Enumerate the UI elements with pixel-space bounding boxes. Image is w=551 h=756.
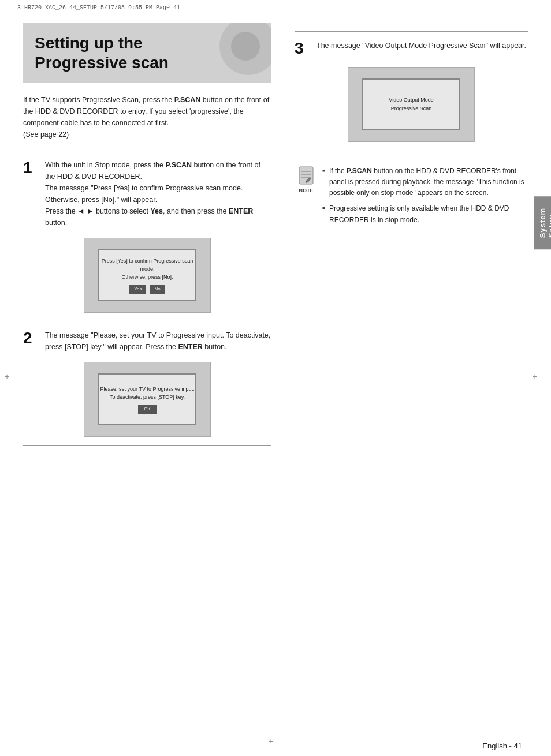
cross-bottom xyxy=(271,740,280,749)
step-1-text: With the unit in Stop mode, press the P.… xyxy=(45,159,271,229)
see-page-ref: (See page 22) xyxy=(23,130,69,139)
note-icon-svg xyxy=(298,166,314,186)
step-2-number: 2 xyxy=(23,330,39,347)
note-item-2: Progressive setting is only available wh… xyxy=(322,203,528,225)
title-line1: Setting up the xyxy=(35,34,143,52)
step-3-text: The message "Video Output Mode Progressi… xyxy=(317,40,528,51)
cross-left xyxy=(7,375,16,384)
step-1-screen-line1: Press [Yes] to confirm Progressive scan … xyxy=(99,257,195,274)
step-2: 2 The message "Please, set your TV to Pr… xyxy=(23,330,271,353)
side-tab: System Setup xyxy=(534,196,551,249)
step-2-screen-line2: To deactivate, press [STOP] key. xyxy=(110,393,185,401)
page: 3-HR720-XAC_26-44_SETUP 5/17/05 9:55 PM … xyxy=(0,0,551,756)
note-icon-area: NOTE xyxy=(295,166,318,193)
content-area: Setting up the Progressive scan If the T… xyxy=(23,23,528,733)
step-2-screen-line1: Please, set your TV to Progressive input… xyxy=(100,385,195,393)
step-3-screen-inner: Video Output Mode Progressive Scan xyxy=(362,78,460,130)
corner-tr xyxy=(528,12,539,23)
divider-3 xyxy=(23,445,271,446)
step-3-number: 3 xyxy=(295,40,311,58)
step-3: 3 The message "Video Output Mode Progres… xyxy=(295,40,528,58)
title-line2: Progressive scan xyxy=(35,54,169,72)
step-3-screen-line2: Progressive Scan xyxy=(391,104,432,113)
page-number: English - 41 xyxy=(482,742,522,750)
note-label: NOTE xyxy=(299,188,313,193)
step-3-screen: Video Output Mode Progressive Scan xyxy=(348,67,475,142)
note-section: NOTE If the P.SCAN button on the HDD & D… xyxy=(295,166,528,230)
divider-2 xyxy=(23,321,271,321)
ok-button: OK xyxy=(138,405,157,414)
step-1-screen-line2: Otherwise, press [No]. xyxy=(121,273,173,281)
title-box: Setting up the Progressive scan xyxy=(23,23,271,83)
yes-button: Yes xyxy=(129,285,146,294)
corner-br xyxy=(528,733,539,744)
divider-1 xyxy=(23,151,271,151)
cross-right xyxy=(535,375,544,384)
step-1-number: 1 xyxy=(23,159,39,177)
corner-bl xyxy=(12,733,23,744)
corner-tl xyxy=(12,12,23,23)
step-1: 1 With the unit in Stop mode, press the … xyxy=(23,159,271,229)
step-2-screen-inner: Please, set your TV to Progressive input… xyxy=(98,373,196,425)
divider-right-top xyxy=(295,31,528,32)
step-2-text: The message "Please, set your TV to Prog… xyxy=(45,330,271,353)
step-1-screen: Press [Yes] to confirm Progressive scan … xyxy=(84,238,211,313)
step-1-screen-inner: Press [Yes] to confirm Progressive scan … xyxy=(98,249,196,301)
right-column: 3 The message "Video Output Mode Progres… xyxy=(295,23,528,230)
step-2-screen: Please, set your TV to Progressive input… xyxy=(84,362,211,437)
no-button: No xyxy=(150,285,165,294)
note-content: If the P.SCAN button on the HDD & DVD RE… xyxy=(322,166,528,230)
divider-right-mid xyxy=(295,156,528,156)
note-item-1: If the P.SCAN button on the HDD & DVD RE… xyxy=(322,166,528,199)
step-1-btn-row: Yes No xyxy=(129,285,165,294)
left-column: Setting up the Progressive scan If the T… xyxy=(23,23,271,454)
intro-text: If the TV supports Progressive Scan, pre… xyxy=(23,94,271,140)
file-header: 3-HR720-XAC_26-44_SETUP 5/17/05 9:55 PM … xyxy=(17,5,180,11)
title-decor-circle-small xyxy=(231,32,260,61)
step-3-screen-line1: Video Output Mode xyxy=(389,96,433,104)
